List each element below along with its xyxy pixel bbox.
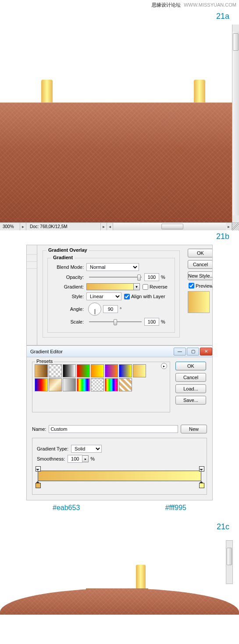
ge-save-button[interactable]: Save... (175, 396, 206, 405)
gradient-bar[interactable] (38, 471, 201, 481)
ok-button[interactable]: OK (188, 249, 212, 257)
preset-swatch[interactable] (49, 378, 62, 391)
smoothness-dropdown-icon[interactable]: ▸ (82, 455, 89, 462)
gradient-editor-title: Gradient Editor (30, 349, 173, 354)
opacity-stop-left[interactable] (36, 465, 40, 471)
minimize-icon[interactable]: — (174, 348, 186, 355)
ge-ok-button[interactable]: OK (175, 362, 206, 370)
scale-slider[interactable] (89, 318, 142, 325)
preset-swatch[interactable] (105, 364, 118, 377)
gradient-inner-title: Gradient (51, 255, 75, 260)
blend-mode-select[interactable]: Normal (86, 263, 139, 271)
preset-swatch[interactable] (77, 364, 90, 377)
vertical-scrollbar-c[interactable] (226, 540, 233, 584)
preset-swatch[interactable] (77, 378, 90, 391)
opacity-input[interactable] (144, 273, 159, 281)
vscroll-thumb-c[interactable] (227, 548, 232, 565)
watermark-url: WWW.MISSYUAN.COM (184, 2, 236, 7)
vertical-scrollbar[interactable] (232, 25, 239, 222)
document-info[interactable]: Doc: 768,0K/12,5M (26, 223, 101, 230)
smoothness-label: Smoothness: (37, 456, 65, 461)
style-list-edge (27, 245, 37, 345)
preset-swatch[interactable] (133, 364, 146, 377)
gradient-editor-titlebar[interactable]: Gradient Editor — ▢ ✕ (27, 346, 212, 357)
preset-swatch[interactable] (35, 364, 48, 377)
gold-tab-left (41, 80, 53, 105)
color-annotations: #eab653 #fff995 (26, 500, 213, 512)
ge-cancel-button[interactable]: Cancel (175, 373, 206, 382)
maximize-icon[interactable]: ▢ (187, 348, 199, 355)
angle-dial[interactable] (88, 303, 101, 316)
presets-label: Presets (35, 359, 54, 364)
hscroll-thumb[interactable] (161, 224, 183, 229)
gradient-type-label: Gradient Type: (37, 446, 68, 451)
gradient-overlay-group: Gradient Overlay Gradient Blend Mode: No… (43, 250, 180, 338)
opacity-label: Opacity: (52, 274, 84, 280)
canvas-viewport[interactable] (0, 25, 232, 222)
resize-grip-icon[interactable] (232, 223, 239, 230)
preset-swatch[interactable] (63, 378, 76, 391)
reverse-checkbox[interactable]: Reverse (143, 284, 168, 290)
layer-style-buttons: OK Cancel New Style... Preview (185, 245, 212, 345)
preset-swatch[interactable] (91, 364, 104, 377)
vscroll-thumb[interactable] (233, 33, 239, 51)
name-label: Name: (32, 426, 46, 432)
leather-surface (0, 102, 232, 222)
preview-checkbox[interactable]: Preview (189, 283, 212, 289)
step-label-c: 21c (0, 522, 239, 531)
zoom-level[interactable]: 300% (0, 223, 20, 230)
close-icon[interactable]: ✕ (200, 348, 212, 355)
preset-swatch[interactable] (49, 364, 62, 377)
preset-swatch[interactable] (119, 364, 132, 377)
gradient-overlay-title: Gradient Overlay (46, 247, 89, 253)
gradient-type-group: Gradient Type: Solid Smoothness: ▸ % (32, 438, 207, 495)
new-style-button[interactable]: New Style... (188, 271, 212, 280)
color-right-label: #fff995 (165, 504, 186, 512)
ge-load-button[interactable]: Load... (175, 384, 206, 393)
presets-group: Presets ▸ (32, 362, 170, 412)
opacity-stop-right[interactable] (199, 465, 203, 471)
gradient-label: Gradient: (52, 284, 84, 289)
gradient-preview-bar[interactable] (38, 471, 201, 481)
angle-input[interactable] (103, 305, 118, 313)
presets-grid (34, 364, 146, 392)
color-stop-left[interactable] (36, 481, 40, 487)
opacity-slider[interactable] (89, 274, 142, 281)
style-label: Style: (52, 294, 84, 299)
scale-input[interactable] (144, 318, 159, 326)
horizontal-scrollbar[interactable] (113, 223, 226, 230)
gold-tab-right (194, 80, 205, 105)
canvas-closeup (0, 536, 239, 615)
status-bar: 300% ▸ Doc: 768,0K/12,5M ▸ ◂ ▸ (0, 222, 239, 230)
cancel-button[interactable]: Cancel (188, 260, 212, 269)
leather-curve (0, 588, 239, 615)
preset-swatch[interactable] (119, 378, 132, 391)
vscroll-track[interactable] (232, 32, 239, 215)
preset-swatch[interactable] (91, 378, 104, 391)
name-input[interactable] (49, 425, 178, 433)
gradient-dropdown-icon[interactable]: ▼ (134, 283, 140, 290)
smoothness-input[interactable] (68, 455, 82, 463)
ge-new-button[interactable]: New (181, 425, 207, 433)
presets-menu-icon[interactable]: ▸ (161, 363, 167, 369)
layer-style-dialog: Gradient Overlay Gradient Blend Mode: No… (26, 245, 213, 345)
align-checkbox[interactable]: Align with Layer (124, 294, 165, 299)
opacity-pct: % (161, 274, 165, 280)
smoothness-pct: % (90, 456, 95, 461)
preset-swatch[interactable] (63, 364, 76, 377)
watermark-cn: 思缘设计论坛 (152, 2, 181, 7)
blend-mode-label: Blend Mode: (52, 264, 84, 270)
zoom-menu-icon[interactable]: ▸ (20, 223, 26, 230)
color-stop-right[interactable] (199, 481, 203, 487)
gradient-swatch[interactable] (86, 283, 134, 290)
docinfo-menu-icon[interactable]: ▸ (101, 223, 107, 230)
step-label-a: 21a (0, 12, 239, 21)
preset-swatch[interactable] (35, 378, 48, 391)
preset-swatch[interactable] (105, 378, 118, 391)
style-select[interactable]: Linear (86, 292, 121, 300)
hscroll-right-icon[interactable]: ▸ (226, 223, 232, 230)
gradient-editor-buttons: OK Cancel Load... Save... (175, 362, 207, 412)
angle-label: Angle: (52, 306, 84, 312)
hscroll-left-icon[interactable]: ◂ (107, 223, 113, 230)
gradient-type-select[interactable]: Solid (71, 445, 102, 453)
